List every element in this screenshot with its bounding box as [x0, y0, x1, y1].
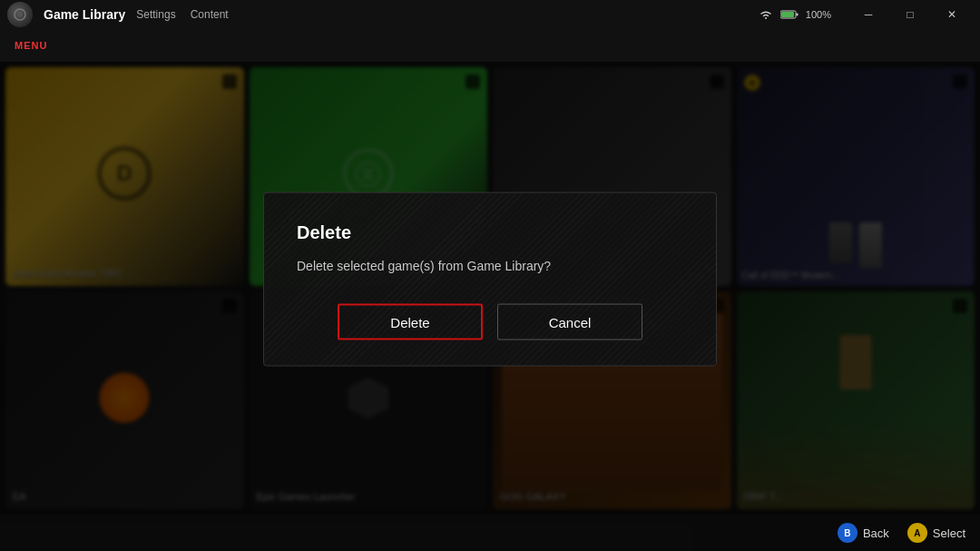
close-button[interactable]: ✕	[931, 0, 973, 29]
title-bar: Game Library Settings Content 100% ─ □	[0, 0, 980, 29]
cancel-button[interactable]: Cancel	[497, 304, 642, 340]
app-logo	[7, 2, 33, 27]
a-button-icon[interactable]: A	[907, 523, 927, 543]
svg-rect-4	[781, 12, 794, 17]
window-controls[interactable]: ─ □ ✕	[848, 0, 973, 29]
nav-links: Settings Content	[136, 8, 228, 21]
title-bar-left: Game Library Settings Content	[7, 2, 229, 27]
menu-label: MENU	[15, 40, 47, 51]
back-label: Back	[863, 526, 889, 540]
minimize-button[interactable]: ─	[848, 0, 889, 29]
back-action: B Back	[838, 523, 889, 543]
title-bar-right: 100% ─ □ ✕	[759, 0, 973, 29]
svg-point-1	[17, 12, 23, 17]
select-label: Select	[933, 526, 965, 540]
dialog-title: Delete	[297, 221, 683, 242]
battery-percent: 100%	[806, 9, 831, 20]
dialog-message: Delete selected game(s) from Game Librar…	[297, 257, 683, 275]
svg-rect-3	[796, 14, 798, 16]
delete-button[interactable]: Delete	[338, 304, 483, 340]
battery-icon	[780, 10, 799, 19]
maximize-button[interactable]: □	[889, 0, 931, 29]
content-link[interactable]: Content	[191, 8, 229, 21]
b-button-icon[interactable]: B	[838, 523, 858, 543]
bottom-bar: B Back A Select	[0, 515, 980, 551]
delete-dialog: Delete Delete selected game(s) from Game…	[263, 192, 717, 367]
select-action: A Select	[907, 523, 965, 543]
settings-link[interactable]: Settings	[136, 8, 175, 21]
app-title: Game Library	[44, 7, 125, 22]
app-subheader: MENU	[0, 29, 980, 62]
title-bar-icons: 100%	[759, 9, 831, 20]
dialog-buttons: Delete Cancel	[297, 304, 683, 340]
wifi-icon	[759, 9, 773, 20]
